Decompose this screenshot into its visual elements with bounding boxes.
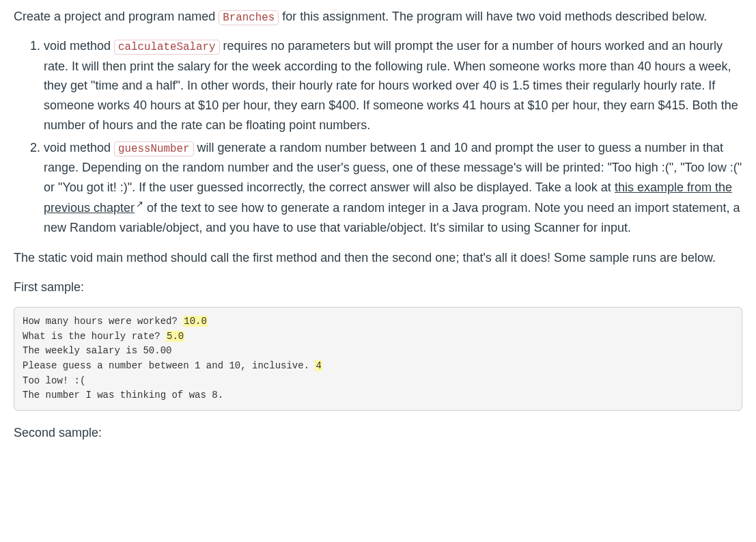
inline-code-guess-number: guessNumber	[114, 141, 193, 157]
sample1-line4-input: 4	[315, 360, 322, 371]
sample1-line2-prompt: What is the hourly rate?	[23, 331, 166, 342]
sample1-line1-prompt: How many hours were worked?	[23, 316, 183, 327]
intro-text-post: for this assignment. The program will ha…	[279, 10, 707, 23]
first-sample-label: First sample:	[14, 277, 742, 297]
sample1-line4-prompt: Please guess a number between 1 and 10, …	[23, 360, 315, 371]
item2-text-c: of the text to see how to generate a ran…	[44, 201, 740, 234]
intro-text-pre: Create a project and program named	[14, 10, 219, 23]
sample1-line1-input: 10.0	[183, 316, 208, 327]
inline-code-branches: Branches	[219, 10, 279, 25]
after-list-paragraph: The static void main method should call …	[14, 248, 742, 268]
second-sample-label: Second sample:	[14, 423, 742, 443]
sample1-line6: The number I was thinking of was 8.	[23, 390, 223, 401]
intro-paragraph: Create a project and program named Branc…	[14, 7, 742, 27]
sample1-line2-input: 5.0	[166, 331, 184, 342]
sample1-line3: The weekly salary is 50.00	[23, 345, 171, 356]
sample1-line5: Too low! :(	[23, 375, 85, 386]
item2-text-a: void method	[44, 141, 114, 154]
sample-output-1: How many hours were worked? 10.0 What is…	[14, 307, 742, 411]
list-item: void method calculateSalary requires no …	[44, 36, 742, 135]
list-item: void method guessNumber will generate a …	[44, 138, 742, 238]
method-list: void method calculateSalary requires no …	[14, 36, 742, 237]
inline-code-calculate-salary: calculateSalary	[114, 40, 219, 55]
item1-text-a: void method	[44, 39, 114, 53]
external-link-icon: ↗	[136, 199, 143, 209]
